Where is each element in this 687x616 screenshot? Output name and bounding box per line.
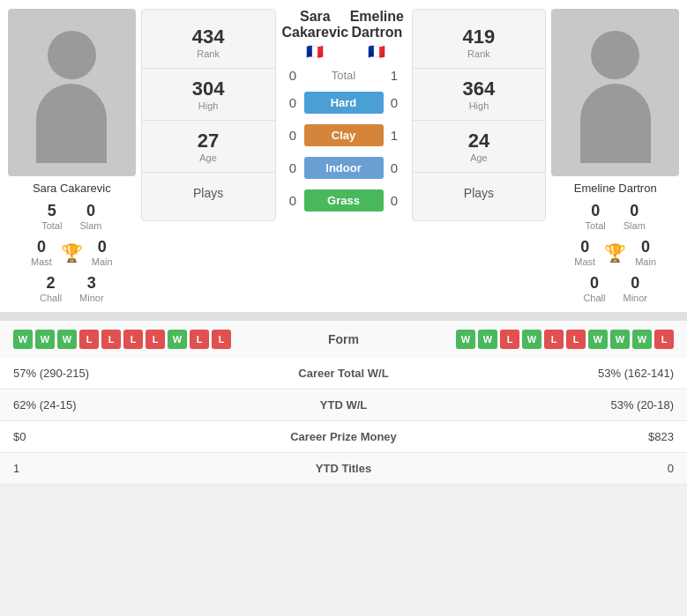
player1-rank-block: 434 Rank: [142, 17, 275, 69]
indoor-button[interactable]: Indoor: [304, 157, 384, 179]
vs-hard-row: 0 Hard 0: [282, 86, 406, 119]
player1-stats-row1: 5 Total 0 Slam: [41, 202, 101, 231]
player1-chall: 2 Chall: [40, 274, 62, 303]
player1-high-block: 304 High: [142, 69, 275, 121]
player1-slam-val: 0: [79, 202, 101, 220]
p2-center-name: Emeline Dartron: [348, 9, 405, 41]
player1-minor-label: Minor: [79, 293, 104, 303]
form-badge-p1: W: [57, 330, 77, 349]
player1-high-label: High: [142, 100, 275, 111]
form-badge-p2: L: [500, 330, 519, 349]
player2-rank-val: 419: [413, 26, 546, 48]
form-badge-p2: L: [654, 330, 674, 349]
player1-total-val: 5: [41, 202, 62, 220]
form-badge-p2: W: [478, 330, 497, 349]
vs-indoor-left: 0: [282, 160, 304, 175]
avatar-body-2: [580, 84, 651, 163]
player2-mid-stats: 419 Rank 364 High 24 Age Plays: [412, 9, 547, 221]
vs-clay-left: 0: [282, 128, 304, 143]
form-badge-p1: L: [79, 330, 99, 349]
player2-age-val: 24: [413, 130, 546, 152]
titles-left: 1: [0, 453, 208, 485]
ytd-wl-left: 62% (24-15): [0, 390, 208, 421]
form-badge-p2: W: [632, 330, 652, 349]
main-container: Sara Cakarevic 5 Total 0 Slam 0 Mast 🏆: [0, 0, 687, 485]
clay-button[interactable]: Clay: [304, 124, 384, 146]
form-badge-p1: W: [35, 330, 55, 349]
player2-rank-label: Rank: [413, 48, 546, 59]
p1-flag: 🇫🇷: [282, 43, 349, 60]
player2-age-label: Age: [413, 152, 546, 163]
form-section: WWWLLLLWLL Form WWLWLLWWWL: [0, 319, 687, 358]
player2-high-block: 364 High: [413, 69, 546, 121]
player2-mast-label: Mast: [574, 256, 595, 267]
avatar-silhouette-1: [32, 22, 111, 163]
player1-mast: 0 Mast: [31, 238, 52, 267]
player1-avatar: [8, 9, 136, 176]
player1-card: Sara Cakarevic 5 Total 0 Slam 0 Mast 🏆: [4, 9, 139, 303]
player2-trophy-row: 0 Mast 🏆 0 Main: [574, 238, 656, 267]
player2-total: 0 Total: [586, 202, 606, 231]
vs-clay-right: 1: [384, 128, 406, 143]
vs-grass-row: 0 Grass 0: [282, 184, 406, 217]
form-badge-p1: L: [123, 330, 143, 349]
vs-indoor-right: 0: [384, 160, 406, 175]
vs-total-row: 0 Total 1: [282, 64, 406, 86]
form-badge-p1: L: [101, 330, 121, 349]
player2-plays: Plays: [413, 173, 546, 213]
p2-flag: 🇫🇷: [348, 43, 405, 60]
player2-chall-label: Chall: [583, 293, 605, 303]
player2-slam-label: Slam: [624, 220, 646, 231]
prize-left: $0: [0, 421, 208, 453]
vs-hard-right: 0: [384, 95, 406, 110]
career-wl-row: 57% (290-215) Career Total W/L 53% (162-…: [0, 358, 687, 390]
titles-row: 1 YTD Titles 0: [0, 453, 687, 485]
form-badge-p1: L: [212, 330, 231, 349]
player2-high-val: 364: [413, 78, 546, 100]
player2-mast-val: 0: [574, 238, 595, 256]
avatar-head-2: [591, 31, 639, 79]
vs-clay-row: 0 Clay 1: [282, 119, 406, 152]
player1-total-label: Total: [41, 220, 62, 231]
prize-label: Career Prize Money: [208, 421, 479, 453]
form-badge-p2: W: [522, 330, 541, 349]
player1-chall-minor-row: 2 Chall 3 Minor: [40, 274, 104, 303]
player1-age-val: 27: [142, 130, 275, 152]
form-badge-p1: L: [190, 330, 209, 349]
stats-table: 57% (290-215) Career Total W/L 53% (162-…: [0, 358, 687, 485]
career-wl-left: 57% (290-215): [0, 358, 208, 390]
player2-slam-val: 0: [624, 202, 646, 220]
career-wl-label: Career Total W/L: [208, 358, 479, 390]
p1-name-block: Sara Cakarevic 🇫🇷: [282, 9, 349, 60]
grass-button[interactable]: Grass: [304, 189, 384, 212]
player1-chall-val: 2: [40, 274, 62, 293]
career-wl-right: 53% (162-141): [479, 358, 687, 390]
player2-chall: 0 Chall: [583, 274, 605, 303]
player1-main-val: 0: [92, 238, 113, 256]
player1-main-label: Main: [92, 256, 113, 267]
vs-total-left: 0: [282, 68, 304, 83]
player1-slam: 0 Slam: [79, 202, 101, 231]
player1-rank-val: 434: [142, 26, 275, 48]
vs-total-label: Total: [332, 69, 355, 82]
form-badge-p1: W: [168, 330, 187, 349]
hard-button[interactable]: Hard: [304, 92, 384, 114]
vs-grass-right: 0: [384, 193, 406, 208]
prize-right: $823: [479, 421, 687, 453]
vs-indoor-row: 0 Indoor 0: [282, 152, 406, 184]
form-badge-p2: W: [610, 330, 630, 349]
form-badge-p1: L: [146, 330, 165, 349]
player2-main: 0 Main: [635, 238, 656, 267]
player2-total-val: 0: [586, 202, 606, 220]
player1-trophy-icon: 🏆: [61, 242, 83, 263]
form-badge-p2: L: [566, 330, 586, 349]
player2-minor: 0 Minor: [623, 274, 647, 303]
player1-plays: Plays: [142, 173, 275, 213]
player2-total-label: Total: [586, 220, 606, 231]
player1-minor-val: 3: [79, 274, 104, 293]
player2-avatar: [551, 9, 679, 176]
p1-center-name: Sara Cakarevic: [282, 9, 349, 41]
player1-chall-label: Chall: [40, 293, 62, 303]
player1-form-badges: WWWLLLLWLL: [13, 330, 231, 349]
player2-main-label: Main: [635, 256, 656, 267]
